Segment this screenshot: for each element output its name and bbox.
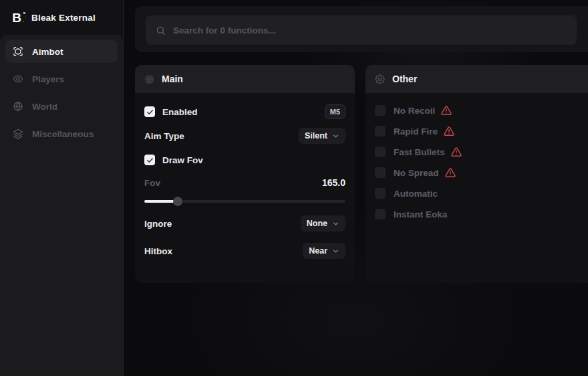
panel-title: Other bbox=[392, 74, 417, 84]
ignore-row: Ignore None bbox=[144, 215, 345, 232]
automatic-label: Automatic bbox=[394, 189, 438, 199]
aim-type-value: Silent bbox=[305, 131, 327, 140]
sidebar-item-label: World bbox=[32, 102, 57, 112]
instant-eoka-label: Instant Eoka bbox=[394, 209, 447, 219]
panel-title: Main bbox=[162, 74, 183, 84]
other-row-instant-eoka: Instant Eoka bbox=[375, 209, 588, 219]
other-row-fast-bullets: Fast Bullets bbox=[375, 147, 588, 157]
ignore-dropdown[interactable]: None bbox=[301, 215, 345, 231]
ignore-value: None bbox=[307, 219, 327, 228]
warning-icon bbox=[451, 147, 462, 157]
other-row-automatic: Automatic bbox=[375, 188, 588, 199]
hitbox-value: Near bbox=[309, 246, 327, 256]
keybind-badge[interactable]: M5 bbox=[325, 104, 345, 119]
instant-eoka-checkbox[interactable] bbox=[375, 209, 386, 219]
fov-row: Fov 165.0 bbox=[144, 177, 345, 189]
sidebar-item-players[interactable]: Players bbox=[5, 68, 118, 90]
search-icon bbox=[156, 25, 166, 35]
app-logo-icon: B bbox=[9, 10, 24, 25]
hitbox-row: Hitbox Near bbox=[144, 242, 345, 260]
search-input[interactable] bbox=[173, 25, 567, 35]
warning-icon bbox=[441, 105, 452, 116]
layers-icon bbox=[13, 128, 23, 139]
chevron-down-icon bbox=[332, 248, 339, 255]
chevron-down-icon bbox=[332, 132, 339, 140]
aim-type-label: Aim Type bbox=[144, 131, 184, 141]
check-icon bbox=[146, 108, 154, 116]
ignore-label: Ignore bbox=[144, 219, 172, 229]
fov-label: Fov bbox=[144, 178, 160, 188]
warning-icon bbox=[444, 126, 454, 136]
panels-row: Main Enabled M5 Aim Type Silent bbox=[135, 65, 588, 283]
fov-slider[interactable] bbox=[144, 197, 345, 206]
app-title: Bleak External bbox=[31, 13, 96, 23]
crosshair-icon bbox=[13, 46, 23, 57]
fov-value: 165.0 bbox=[322, 177, 345, 188]
hitbox-label: Hitbox bbox=[144, 246, 172, 256]
draw-fov-row: Draw Fov bbox=[144, 151, 345, 169]
panel-main-body: Enabled M5 Aim Type Silent bbox=[135, 93, 355, 260]
sidebar-nav: Aimbot Players World bbox=[0, 35, 123, 376]
no-spread-label: No Spread bbox=[394, 168, 439, 178]
globe-icon bbox=[13, 101, 23, 112]
panel-other-header: Other bbox=[365, 65, 588, 93]
no-recoil-label: No Recoil bbox=[394, 106, 435, 116]
hitbox-dropdown[interactable]: Near bbox=[303, 243, 345, 259]
fast-bullets-label: Fast Bullets bbox=[394, 147, 445, 157]
panel-main-header: Main bbox=[135, 65, 355, 93]
sidebar: B Bleak External Aimbot bbox=[0, 0, 124, 376]
automatic-checkbox[interactable] bbox=[375, 188, 386, 199]
draw-fov-checkbox[interactable] bbox=[144, 155, 155, 165]
sidebar-item-miscellaneous[interactable]: Miscellaneous bbox=[5, 122, 118, 145]
chevron-down-icon bbox=[332, 220, 339, 227]
sidebar-item-world[interactable]: World bbox=[5, 95, 118, 118]
warning-icon bbox=[445, 167, 456, 178]
sidebar-item-label: Miscellaneous bbox=[32, 129, 94, 139]
draw-fov-label: Draw Fov bbox=[162, 155, 203, 165]
eye-icon bbox=[13, 74, 23, 84]
sidebar-item-label: Aimbot bbox=[32, 47, 63, 57]
sidebar-header: B Bleak External bbox=[0, 0, 123, 35]
enabled-checkbox[interactable] bbox=[144, 106, 155, 117]
enabled-label: Enabled bbox=[162, 107, 198, 117]
slider-thumb[interactable] bbox=[173, 197, 182, 206]
check-icon bbox=[146, 157, 154, 164]
logo-glyph: B bbox=[12, 11, 21, 24]
aim-type-dropdown[interactable]: Silent bbox=[299, 128, 345, 144]
rapid-fire-checkbox[interactable] bbox=[375, 126, 386, 136]
app-window: B Bleak External Aimbot bbox=[0, 0, 588, 376]
other-row-no-spread: No Spread bbox=[375, 167, 588, 178]
rapid-fire-label: Rapid Fire bbox=[394, 126, 438, 136]
panel-other-body: No Recoil Rapid Fire bbox=[365, 93, 588, 219]
fast-bullets-checkbox[interactable] bbox=[375, 147, 386, 157]
no-recoil-checkbox[interactable] bbox=[375, 105, 386, 116]
sidebar-item-aimbot[interactable]: Aimbot bbox=[5, 40, 118, 63]
search-box[interactable] bbox=[146, 15, 577, 45]
sidebar-item-label: Players bbox=[32, 74, 64, 84]
panel-main: Main Enabled M5 Aim Type Silent bbox=[135, 65, 355, 283]
enabled-row: Enabled M5 bbox=[144, 103, 345, 120]
gear-icon bbox=[375, 74, 385, 84]
other-row-no-recoil: No Recoil bbox=[375, 105, 588, 116]
panel-other: Other No Recoil bbox=[365, 65, 588, 283]
other-row-rapid-fire: Rapid Fire bbox=[375, 126, 588, 136]
aim-type-row: Aim Type Silent bbox=[144, 127, 345, 145]
target-icon bbox=[144, 74, 154, 84]
no-spread-checkbox[interactable] bbox=[375, 167, 386, 178]
main-content: Main Enabled M5 Aim Type Silent bbox=[124, 0, 588, 376]
search-container bbox=[135, 6, 588, 52]
